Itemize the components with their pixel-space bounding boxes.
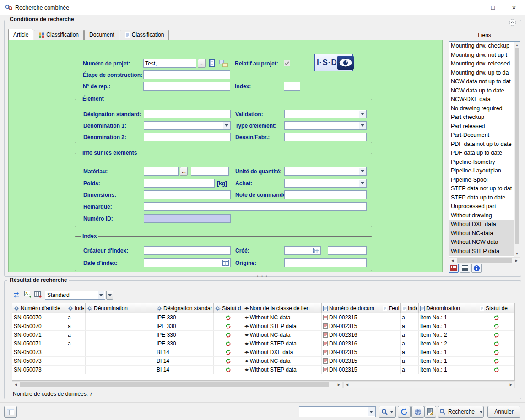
search-button[interactable]: Recherche (438, 406, 484, 418)
scroll-right-icon[interactable]: ▶ (513, 258, 520, 264)
quantity-unit-select[interactable] (284, 167, 367, 176)
result-row[interactable]: SN-050071aIPE 330◀▶Without STEP dataDN-0… (12, 339, 514, 348)
column-header[interactable]: Statut de (478, 303, 515, 313)
material-input-1[interactable] (144, 167, 179, 176)
lien-item[interactable]: Pipeline-Isometry (449, 158, 514, 167)
result-row[interactable]: SN-050073BI 14◀▶Without NC-dataDN-002315… (12, 357, 514, 366)
index-date-input[interactable] (144, 258, 231, 267)
scrollbar-track[interactable] (456, 258, 513, 264)
relative-project-checkbox[interactable] (284, 60, 290, 66)
material-input-2[interactable] (191, 167, 229, 176)
column-header[interactable]: Numéro d'article (12, 303, 66, 313)
denomination1-select[interactable] (144, 121, 231, 130)
id-number-input[interactable] (144, 214, 231, 223)
minimize-button[interactable]: – (461, 0, 482, 15)
column-header[interactable]: Index (401, 303, 419, 313)
tab-classification-document[interactable]: Classification (120, 30, 169, 40)
column-header[interactable]: Dénomination (86, 303, 155, 313)
liens-view-red-grid-button[interactable] (449, 264, 459, 273)
swap-arrows-icon[interactable] (12, 291, 21, 299)
project-number-input[interactable] (143, 59, 196, 68)
liens-vertical-scrollbar[interactable]: ▲ ▼ (514, 42, 520, 257)
lien-item[interactable]: PDF data up to date (449, 149, 514, 158)
lien-item[interactable]: Part checkup (449, 113, 514, 122)
scrollbar-track[interactable] (19, 382, 336, 388)
liens-horizontal-scrollbar[interactable]: ◀ ▶ (449, 257, 520, 264)
tab-document[interactable]: Document (84, 30, 119, 40)
scrollbar-thumb[interactable] (515, 48, 519, 244)
quick-search-combo[interactable] (299, 406, 376, 417)
validation-select[interactable] (284, 110, 367, 118)
lien-item[interactable]: Mounting drw. checkup (449, 42, 514, 51)
tab-article[interactable]: Article (8, 29, 33, 40)
result-row[interactable]: SN-050071aIPE 330◀▶Without NC-dataDN-002… (12, 331, 514, 339)
lien-item[interactable]: Mounting drw. up to da (449, 69, 514, 78)
column-header[interactable]: Feuil (381, 303, 401, 313)
order-note-input[interactable] (284, 190, 367, 199)
result-row[interactable]: SN-050070aIPE 330◀▶Without STEP dataDN-0… (12, 322, 514, 331)
lien-item[interactable]: Without DXF data (449, 220, 514, 229)
search-options-button[interactable] (379, 406, 396, 418)
lien-item[interactable]: Without NCW data (449, 238, 514, 247)
scroll-right-icon[interactable]: ▶ (336, 382, 342, 388)
close-button[interactable]: × (503, 0, 525, 15)
tab-classification-article[interactable]: Classification (34, 30, 84, 40)
settings-globe-button[interactable] (411, 406, 424, 418)
lien-item[interactable]: Pipeline-Spool (449, 176, 514, 185)
rep-number-input[interactable] (143, 82, 230, 91)
denomination2-input[interactable] (144, 133, 231, 141)
result-template-combo[interactable]: Standard (45, 291, 105, 300)
dessin-fabr-input[interactable] (284, 133, 367, 141)
lien-item[interactable]: Part released (449, 122, 514, 131)
template-dropdown-button[interactable] (106, 291, 113, 300)
scroll-up-icon[interactable]: ▲ (514, 42, 520, 48)
column-header[interactable]: Statut de (214, 303, 243, 313)
scrollbar-thumb[interactable] (20, 382, 329, 387)
export-image-icon[interactable] (24, 291, 32, 299)
scroll-left-icon[interactable]: ◀ (449, 258, 456, 264)
column-header[interactable]: Dénomination (419, 303, 478, 313)
lien-item[interactable]: NCW data not up to dat (449, 77, 514, 86)
lien-item[interactable]: PDF data not up to date (449, 140, 514, 149)
index-input[interactable] (284, 82, 300, 91)
weight-input[interactable] (144, 179, 215, 188)
lien-item[interactable]: STEP data up to date (449, 194, 514, 203)
column-header[interactable]: ◀▶Nom de la classe de lien (243, 303, 322, 313)
collapse-conditions-button[interactable] (508, 19, 517, 26)
maximize-button[interactable]: □ (482, 0, 503, 15)
scroll-right-icon[interactable]: ▶ (508, 382, 514, 388)
created-time-input[interactable] (328, 246, 367, 255)
result-row[interactable]: SN-050073BI 14◀▶Without STEP dataDN-0023… (12, 366, 514, 374)
lien-item[interactable]: NCW-DXF data (449, 95, 514, 104)
construction-stage-input[interactable] (143, 70, 230, 79)
liens-view-grid-button[interactable] (460, 264, 470, 273)
lien-item[interactable]: Without drawing (449, 211, 514, 221)
calendar-icon[interactable] (222, 260, 229, 266)
project-browse-button[interactable]: ... (198, 59, 206, 68)
result-row[interactable]: SN-050070aIPE 330◀▶Without NC-dataDN-002… (12, 313, 514, 322)
origin-input[interactable] (284, 258, 367, 267)
scroll-left-icon[interactable]: ◀ (344, 382, 351, 388)
lien-item[interactable]: Pipeline-Layoutplan (449, 167, 514, 176)
lien-item[interactable]: NCW data up to date (449, 86, 514, 96)
export-table-icon[interactable] (34, 291, 42, 298)
refresh-button[interactable] (398, 406, 411, 418)
lien-item[interactable]: Part-Document (449, 131, 514, 140)
results-left-scrollbar[interactable]: ◀ ▶ (12, 381, 343, 388)
lien-item[interactable]: STEP data not up to dat (449, 184, 514, 194)
lien-item[interactable]: Without NC-data (449, 229, 514, 238)
report-button[interactable] (424, 406, 436, 418)
material-browse-button[interactable]: ... (180, 167, 188, 176)
calendar-icon[interactable] (313, 248, 319, 253)
scrollbar-thumb[interactable] (457, 258, 512, 263)
scroll-left-icon[interactable]: ◀ (12, 382, 19, 388)
lien-item[interactable]: No drawing required (449, 104, 514, 113)
project-book-icon[interactable] (209, 59, 216, 67)
splitter-handle[interactable]: • • • (0, 274, 525, 279)
cancel-button[interactable]: Annuler (487, 406, 520, 418)
lien-item[interactable]: Mounting drw. not up t (449, 51, 514, 60)
scroll-down-icon[interactable]: ▼ (514, 250, 520, 257)
designation-standard-input[interactable] (144, 110, 231, 118)
result-row[interactable]: SN-050073BI 14◀▶Without DXF dataDN-00231… (12, 348, 514, 357)
remark-input[interactable] (144, 202, 367, 211)
